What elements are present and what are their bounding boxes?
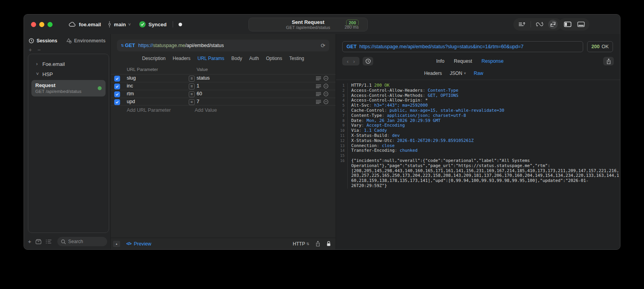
response-view-tabs: Headers JSON˅ Raw [312, 69, 596, 78]
line-number: 3 [336, 93, 348, 98]
param-value[interactable]: 1 [197, 83, 199, 89]
tab-sessions[interactable]: Sessions [29, 38, 57, 44]
request-item-title: Request [35, 82, 102, 89]
preview-button[interactable]: </> Preview [126, 241, 151, 247]
import-export-icon [550, 21, 556, 27]
tab-testing[interactable]: Testing [289, 56, 304, 61]
param-value[interactable]: 7 [197, 99, 199, 104]
param-operator[interactable]: = [189, 91, 195, 97]
sidebar-item-request[interactable]: Request GET /api/embed/status [31, 80, 106, 96]
export-response-button[interactable] [603, 57, 614, 65]
param-options-icon[interactable] [316, 92, 321, 96]
view-tab-raw[interactable]: Raw [474, 71, 483, 76]
tree-group-foe-email[interactable]: › Foe.email [28, 59, 109, 69]
session-indicator-dot[interactable] [179, 23, 182, 26]
add-item-button[interactable]: + [28, 239, 31, 244]
protocol-selector[interactable]: HTTP ⇅ [293, 241, 309, 247]
line-number: 11 [336, 133, 348, 138]
import-export-button[interactable] [548, 20, 558, 29]
traffic-lights [31, 22, 53, 27]
param-row[interactable]: rtm=60 [111, 90, 336, 98]
view-tab-json[interactable]: JSON˅ [450, 71, 466, 76]
sent-url-box[interactable]: GET https://statuspage.me/api/embed/stat… [342, 41, 583, 52]
param-row[interactable]: upd=7 [111, 98, 336, 105]
archive-box-button[interactable] [35, 239, 42, 244]
tab-request[interactable]: Request [454, 58, 472, 64]
remove-session-button[interactable]: − [37, 47, 40, 52]
sync-loop-icon [536, 22, 544, 27]
param-name[interactable]: inc [127, 83, 133, 89]
tab-url-params[interactable]: URL Params [197, 56, 224, 61]
search-box[interactable] [57, 237, 107, 246]
response-line: 14Transfer-Encoding: chunked [336, 148, 620, 153]
param-name[interactable]: upd [127, 99, 135, 104]
param-operator[interactable]: = [189, 76, 195, 82]
resend-request-icon[interactable]: ⟳ [321, 42, 325, 49]
request-method[interactable]: GET [125, 43, 135, 48]
url-path: /api/embed/status [185, 43, 224, 48]
param-options-icon[interactable] [316, 84, 321, 88]
tab-body[interactable]: Body [232, 56, 242, 61]
back-button[interactable]: ‹ [347, 58, 348, 64]
request-url[interactable]: https://statuspage.me/api/embed/status [138, 43, 224, 48]
add-param-name-placeholder[interactable]: Add URL Parameter [127, 107, 171, 113]
project-menu[interactable]: foe.email [68, 22, 101, 27]
sent-request-pill[interactable]: Sent Request GET /api/embed/status 200 2… [248, 18, 368, 31]
param-checkbox[interactable] [114, 99, 120, 105]
request-url-bar[interactable]: ⇅ GET https://statuspage.me/api/embed/st… [117, 40, 329, 51]
remove-param-icon[interactable] [323, 91, 328, 96]
collapse-panel-button[interactable]: ▲ [113, 241, 120, 247]
param-checkbox[interactable] [114, 84, 120, 89]
param-value[interactable]: 60 [197, 91, 202, 96]
tab-environments[interactable]: Environments [66, 38, 106, 44]
response-line: 16{"incidents":null,"overall":{"code":"o… [336, 158, 620, 189]
remove-param-icon[interactable] [323, 84, 328, 89]
param-options-icon[interactable] [316, 100, 321, 104]
sync-status[interactable]: Synced [139, 21, 166, 27]
add-param-value-placeholder[interactable]: Add Value [195, 107, 217, 113]
param-value[interactable]: status [197, 75, 210, 81]
param-name[interactable]: rtm [127, 91, 134, 96]
tab-auth[interactable]: Auth [249, 56, 259, 61]
param-checkbox[interactable] [114, 91, 120, 97]
toggle-bottom-panel-button[interactable] [576, 20, 586, 29]
export-lines-button[interactable] [517, 20, 527, 29]
tab-options[interactable]: Options [266, 56, 282, 61]
tab-headers[interactable]: Headers [173, 56, 190, 61]
sync-loop-button[interactable] [535, 20, 544, 29]
search-input[interactable] [68, 239, 104, 244]
param-operator[interactable]: = [189, 84, 195, 89]
tab-response[interactable]: Response [482, 58, 504, 64]
column-header-value: Value [197, 67, 208, 72]
toggle-sidebar-button[interactable] [563, 20, 572, 29]
view-tab-headers[interactable]: Headers [424, 71, 442, 76]
add-session-button[interactable]: + [29, 47, 32, 52]
param-name[interactable]: slug [127, 75, 136, 81]
list-view-button[interactable] [46, 239, 52, 244]
param-row[interactable]: inc=1 [111, 82, 336, 90]
branch-menu[interactable]: main ˅ [108, 21, 131, 27]
param-row[interactable]: slug=status [111, 74, 336, 82]
param-operator[interactable]: = [189, 99, 195, 105]
minimize-window-button[interactable] [39, 22, 44, 27]
remove-param-icon[interactable] [323, 99, 328, 104]
forward-button[interactable]: › [353, 58, 355, 64]
tab-info[interactable]: Info [436, 58, 445, 64]
close-window-button[interactable] [31, 22, 36, 27]
share-button[interactable] [316, 241, 320, 247]
lock-icon[interactable] [327, 241, 331, 247]
response-raw-view[interactable]: 1HTTP/1.1 200 OK2Access-Control-Allow-He… [336, 80, 620, 249]
zoom-window-button[interactable] [47, 22, 53, 27]
param-checkbox[interactable] [114, 76, 120, 82]
titlebar: foe.email main ˅ Synced Sent Request GET… [24, 15, 620, 34]
add-param-row[interactable]: Add URL Parameter Add Value [111, 105, 336, 115]
sent-request-title: Sent Request [292, 19, 324, 25]
tab-sessions-label: Sessions [36, 38, 57, 44]
branch-icon [108, 21, 111, 27]
tree-group-hsp[interactable]: ˅ HSP [28, 69, 109, 79]
history-button[interactable] [363, 57, 373, 65]
tab-description[interactable]: Description [142, 56, 166, 61]
params-table-header: URL Parameter Value [111, 65, 336, 74]
toolbar-divider [531, 21, 531, 27]
synced-check-icon [139, 21, 146, 27]
